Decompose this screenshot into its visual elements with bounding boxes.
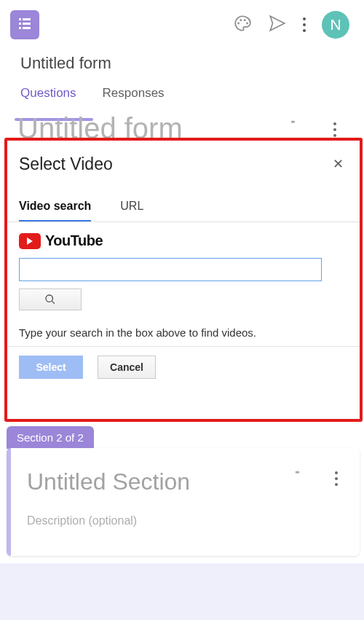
video-search-input[interactable] <box>19 258 322 281</box>
svg-point-6 <box>237 23 240 25</box>
card-more-icon[interactable] <box>333 119 336 140</box>
search-icon <box>44 294 56 305</box>
palette-icon[interactable] <box>233 14 252 36</box>
collapse-icon[interactable]: ⌄⌃ <box>293 468 301 477</box>
section-description[interactable]: Description (optional) <box>11 495 360 527</box>
svg-point-9 <box>246 23 248 25</box>
svg-rect-1 <box>23 18 31 20</box>
avatar[interactable]: N <box>322 11 349 39</box>
section-more-icon[interactable] <box>335 468 338 489</box>
section-badge: Section 2 of 2 <box>7 426 94 449</box>
collapse-icon[interactable]: ⌄⌃ <box>289 118 297 127</box>
section-title[interactable]: Untitled Section <box>11 448 360 495</box>
svg-rect-2 <box>19 23 21 25</box>
forms-logo-icon[interactable] <box>10 10 39 39</box>
cancel-button[interactable]: Cancel <box>98 356 156 379</box>
dialog-title: Select Video <box>19 154 113 174</box>
tab-video-search[interactable]: Video search <box>19 200 91 222</box>
close-icon[interactable]: ✕ <box>328 153 348 175</box>
send-icon[interactable] <box>268 14 287 36</box>
bottom-spacer <box>0 563 364 620</box>
svg-rect-3 <box>23 23 31 25</box>
tab-questions[interactable]: Questions <box>20 86 76 108</box>
select-button[interactable]: Select <box>19 356 83 379</box>
svg-point-8 <box>244 19 246 21</box>
more-icon[interactable] <box>303 17 306 32</box>
youtube-label: YouTube <box>45 232 103 249</box>
youtube-icon <box>19 233 41 249</box>
search-button[interactable] <box>19 289 82 310</box>
svg-point-7 <box>240 19 242 21</box>
select-video-dialog: Select Video ✕ Video search URL YouTube … <box>6 140 361 419</box>
search-hint: Type your search in the box above to fin… <box>6 310 361 346</box>
svg-rect-4 <box>19 27 21 29</box>
section-card[interactable]: Untitled Section Description (optional) … <box>7 448 360 556</box>
form-title: Untitled form <box>0 47 364 73</box>
svg-rect-0 <box>19 18 21 20</box>
tab-url[interactable]: URL <box>120 200 143 222</box>
svg-rect-5 <box>23 27 31 29</box>
tab-responses[interactable]: Responses <box>103 86 165 108</box>
